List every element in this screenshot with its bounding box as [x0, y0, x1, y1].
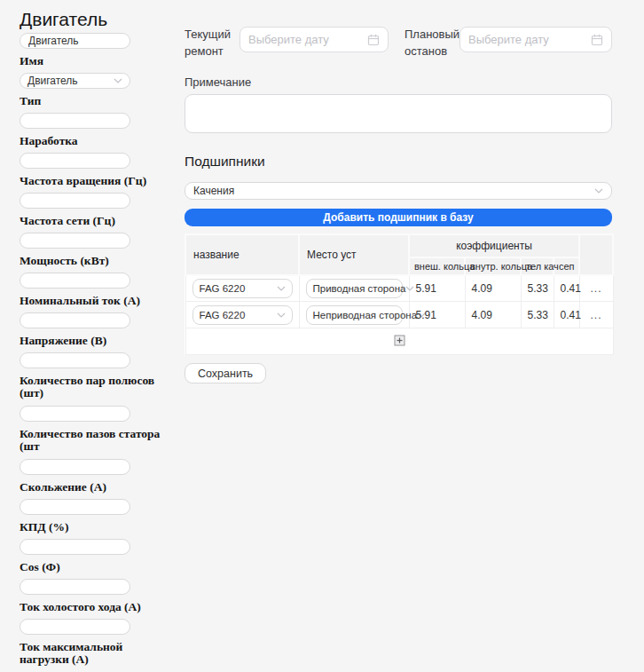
field-label: Ток максимальной нагрузки (А) [20, 641, 161, 666]
col-header-name: название [185, 234, 299, 275]
field-label: Количество пазов статора (шт [20, 428, 161, 453]
engine-sidebar: Двигатель Имя Двигатель Тип Наработка Ча… [20, 9, 163, 672]
type-select-value: Двигатель [27, 75, 78, 87]
efficiency-input[interactable] [20, 499, 130, 515]
field-label: Мощность (кВт) [20, 255, 161, 266]
operating-hours-input[interactable] [20, 113, 130, 129]
coeff-separator: 0.41 [554, 302, 579, 328]
coeff-inner-ring: 4.09 [465, 302, 521, 328]
col-header-coefficients: коэффициенты [409, 234, 579, 257]
field-label: Количество пар полюсов (шт) [20, 375, 161, 399]
field-label: Частота вращения (Гц) [20, 175, 161, 186]
coeff-rolling: 5.33 [521, 302, 554, 328]
field-group-cos-phi: Cos (Ф) [20, 539, 163, 573]
max-load-current-input[interactable] [20, 619, 130, 635]
field-group-no-load-current: Ток холостого хода (А) [20, 579, 163, 613]
coeff-separator: 0.41 [554, 275, 579, 302]
field-group-max-load-current: Ток максимальной нагрузки (А) [20, 619, 163, 666]
bearings-table-header: название Место уст коэффициенты внеш. ко… [185, 234, 613, 275]
table-footer-row [185, 328, 613, 355]
planned-shutdown-label: Плановый останов [404, 27, 454, 60]
field-group-power: Мощность (кВт) [20, 233, 163, 266]
field-label: Ток холостого хода (А) [20, 601, 161, 613]
field-group-pole-pairs: Количество пар полюсов (шт) [20, 352, 163, 399]
bearing-place-select[interactable]: Приводная сторона [306, 279, 403, 298]
current-repair-group: Текущий ремонт Выберите дату [185, 27, 389, 60]
table-row: FAG 6220 Приводная сторона 5.91 4.09 5.3… [185, 275, 613, 302]
field-group-type: Двигатель Тип [20, 73, 163, 107]
bearing-type-value: Качения [193, 185, 234, 197]
field-label: Cos (Ф) [20, 561, 161, 573]
bearing-place-select[interactable]: Неприводная сторона [306, 305, 403, 325]
rotation-frequency-input[interactable] [20, 153, 130, 169]
name-input[interactable] [20, 33, 130, 49]
field-label: КПД (%) [20, 521, 161, 533]
engine-main-panel: Текущий ремонт Выберите дату Плановый ос… [185, 27, 612, 383]
row-menu-icon[interactable]: ... [579, 302, 613, 328]
coeff-rolling: 5.33 [521, 275, 554, 302]
current-repair-label: Текущий ремонт [185, 27, 234, 60]
cos-phi-input[interactable] [20, 539, 130, 555]
chevron-down-icon [405, 286, 414, 291]
type-select[interactable]: Двигатель [20, 73, 130, 89]
field-group-name: Имя [20, 33, 163, 67]
chevron-down-icon [277, 312, 286, 318]
field-group-stator-slots: Количество пазов статора (шт [20, 406, 163, 453]
col-header-actions [579, 234, 613, 275]
datepicker-placeholder: Выберите дату [468, 33, 549, 46]
power-input[interactable] [20, 233, 130, 249]
field-group-voltage: Напряжение (В) [20, 312, 163, 346]
no-load-current-input[interactable] [20, 579, 130, 595]
stator-slots-input[interactable] [20, 406, 130, 422]
field-label: Тип [20, 95, 161, 107]
calendar-icon [367, 34, 380, 46]
field-group-rated-current: Номинальный ток (А) [20, 273, 163, 306]
col-header-rolling-elements: тел кач [521, 257, 554, 275]
calendar-icon [591, 34, 603, 46]
field-label: Частота сети (Гц) [20, 215, 161, 226]
col-header-inner-ring: внутр. кольца [465, 257, 521, 275]
field-group-grid-frequency: Частота сети (Гц) [20, 193, 163, 226]
planned-shutdown-group: Плановый останов Выберите дату [404, 27, 612, 60]
grid-frequency-input[interactable] [20, 193, 130, 209]
coeff-inner-ring: 4.09 [465, 275, 521, 302]
current-repair-datepicker[interactable]: Выберите дату [240, 27, 389, 52]
bearings-title: Подшипники [185, 154, 612, 170]
bearings-table: название Место уст коэффициенты внеш. ко… [185, 233, 614, 356]
chevron-down-icon [594, 188, 603, 194]
bearing-name-select[interactable]: FAG 6220 [192, 305, 293, 325]
page-title: Двигатель [20, 9, 163, 29]
field-label: Напряжение (В) [20, 335, 161, 346]
field-group-slip: Скольжение (А) [20, 459, 163, 493]
bearing-name-select[interactable]: FAG 6220 [192, 279, 293, 298]
field-label: Имя [20, 55, 161, 67]
field-label: Номинальный ток (А) [20, 295, 161, 306]
chevron-down-icon [277, 286, 286, 291]
dates-row: Текущий ремонт Выберите дату Плановый ос… [185, 27, 612, 60]
field-group-efficiency: КПД (%) [20, 499, 163, 533]
row-menu-icon[interactable]: ... [579, 275, 613, 302]
slip-input[interactable] [20, 459, 130, 475]
field-group-rotation-frequency: Частота вращения (Гц) [20, 153, 163, 186]
col-header-place: Место уст [299, 234, 409, 275]
datepicker-placeholder: Выберите дату [248, 33, 329, 46]
save-button[interactable]: Сохранить [185, 363, 266, 383]
coeff-outer-ring: 5.91 [409, 302, 465, 328]
field-label: Скольжение (А) [20, 481, 161, 493]
add-bearing-button[interactable]: Добавить подшипник в базу [185, 209, 612, 226]
add-row-button[interactable] [394, 335, 405, 346]
field-group-operating-hours: Наработка [20, 113, 163, 146]
bearing-type-select[interactable]: Качения [185, 182, 612, 200]
voltage-input[interactable] [20, 312, 130, 328]
pole-pairs-input[interactable] [20, 352, 130, 368]
plus-square-icon [394, 335, 405, 346]
rated-current-input[interactable] [20, 273, 130, 289]
col-header-outer-ring: внеш. кольца [409, 257, 465, 275]
note-textarea[interactable] [185, 94, 612, 133]
planned-shutdown-datepicker[interactable]: Выберите дату [459, 27, 612, 52]
note-label: Примечание [185, 75, 612, 89]
table-row: FAG 6220 Неприводная сторона 5.91 4.09 5… [185, 302, 613, 328]
chevron-down-icon [114, 78, 122, 83]
coeff-outer-ring: 5.91 [409, 275, 465, 302]
field-label: Наработка [20, 135, 161, 146]
